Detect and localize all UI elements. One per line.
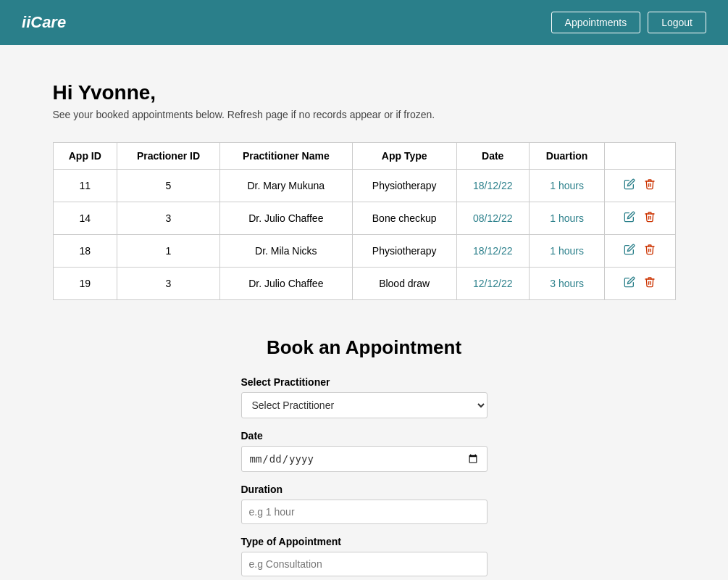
duration-label: Duration — [241, 484, 488, 495]
appointments-button[interactable]: Appointments — [551, 12, 641, 33]
greeting-title: Hi Yvonne, — [53, 81, 676, 104]
cell-practitioner-name: Dr. Julio Chaffee — [219, 202, 352, 235]
cell-date: 08/12/22 — [456, 202, 529, 235]
select-practitioner-input[interactable]: Select Practitioner — [241, 392, 488, 418]
greeting-subtitle: See your booked appointments below. Refr… — [53, 109, 676, 120]
cell-app-type: Bone checkup — [352, 202, 456, 235]
edit-button[interactable] — [621, 210, 638, 227]
cell-duration: 3 hours — [529, 268, 604, 300]
table-row: 18 1 Dr. Mila Nicks Physiotherapy 18/12/… — [53, 235, 675, 268]
delete-button[interactable] — [641, 177, 658, 194]
col-app-id: App ID — [53, 143, 117, 170]
col-duration: Duartion — [529, 143, 604, 170]
appointments-table: App ID Practioner ID Practitioner Name A… — [53, 142, 676, 300]
select-practitioner-group: Select Practitioner Select Practitioner — [241, 376, 488, 418]
edit-button[interactable] — [621, 275, 638, 292]
cell-practioner-id: 1 — [117, 235, 220, 268]
cell-duration: 1 hours — [529, 202, 604, 235]
brand-care: iCare — [26, 13, 66, 31]
cell-date: 12/12/22 — [456, 268, 529, 300]
book-title: Book an Appointment — [267, 336, 461, 359]
edit-button[interactable] — [621, 177, 638, 194]
delete-button[interactable] — [641, 242, 658, 260]
cell-app-type: Physiotherapy — [352, 235, 456, 268]
cell-app-type: Blood draw — [352, 268, 456, 300]
logout-button[interactable]: Logout — [648, 12, 706, 33]
col-app-type: App Type — [352, 143, 456, 170]
cell-practioner-id: 5 — [117, 170, 220, 202]
col-practitioner-name: Practitioner Name — [219, 143, 352, 170]
table-row: 14 3 Dr. Julio Chaffee Bone checkup 08/1… — [53, 202, 675, 235]
select-practitioner-label: Select Practitioner — [241, 376, 488, 388]
table-row: 11 5 Dr. Mary Mukuna Physiotherapy 18/12… — [53, 170, 675, 202]
cell-app-type: Physiotherapy — [352, 170, 456, 202]
table-row: 19 3 Dr. Julio Chaffee Blood draw 12/12/… — [53, 268, 675, 300]
col-date: Date — [456, 143, 529, 170]
type-input[interactable] — [241, 552, 488, 576]
cell-duration: 1 hours — [529, 235, 604, 268]
cell-app-id: 18 — [53, 235, 117, 268]
book-section: Book an Appointment Select Practitioner … — [53, 336, 676, 580]
table-body: 11 5 Dr. Mary Mukuna Physiotherapy 18/12… — [53, 170, 675, 300]
cell-practioner-id: 3 — [117, 202, 220, 235]
cell-date: 18/12/22 — [456, 235, 529, 268]
cell-practitioner-name: Dr. Mary Mukuna — [219, 170, 352, 202]
cell-actions — [605, 170, 675, 202]
edit-button[interactable] — [621, 242, 638, 260]
cell-actions — [605, 202, 675, 235]
cell-practitioner-name: Dr. Mila Nicks — [219, 235, 352, 268]
date-group: Date — [241, 430, 488, 472]
cell-practioner-id: 3 — [117, 268, 220, 300]
type-group: Type of Appointment — [241, 536, 488, 576]
cell-app-id: 14 — [53, 202, 117, 235]
type-label: Type of Appointment — [241, 536, 488, 547]
cell-date: 18/12/22 — [456, 170, 529, 202]
duration-input[interactable] — [241, 500, 488, 524]
cell-app-id: 19 — [53, 268, 117, 300]
cell-duration: 1 hours — [529, 170, 604, 202]
col-actions — [605, 143, 675, 170]
navbar: iiCare Appointments Logout — [0, 0, 728, 45]
main-content: Hi Yvonne, See your booked appointments … — [38, 45, 690, 580]
delete-button[interactable] — [641, 210, 658, 227]
delete-button[interactable] — [641, 275, 658, 292]
date-input[interactable] — [241, 446, 488, 472]
table-header-row: App ID Practioner ID Practitioner Name A… — [53, 143, 675, 170]
cell-actions — [605, 268, 675, 300]
date-label: Date — [241, 430, 488, 442]
brand-logo: iiCare — [22, 13, 66, 32]
col-practioner-id: Practioner ID — [117, 143, 220, 170]
cell-practitioner-name: Dr. Julio Chaffee — [219, 268, 352, 300]
duration-group: Duration — [241, 484, 488, 524]
cell-app-id: 11 — [53, 170, 117, 202]
table-header: App ID Practioner ID Practitioner Name A… — [53, 143, 675, 170]
cell-actions — [605, 235, 675, 268]
nav-buttons: Appointments Logout — [551, 12, 706, 33]
